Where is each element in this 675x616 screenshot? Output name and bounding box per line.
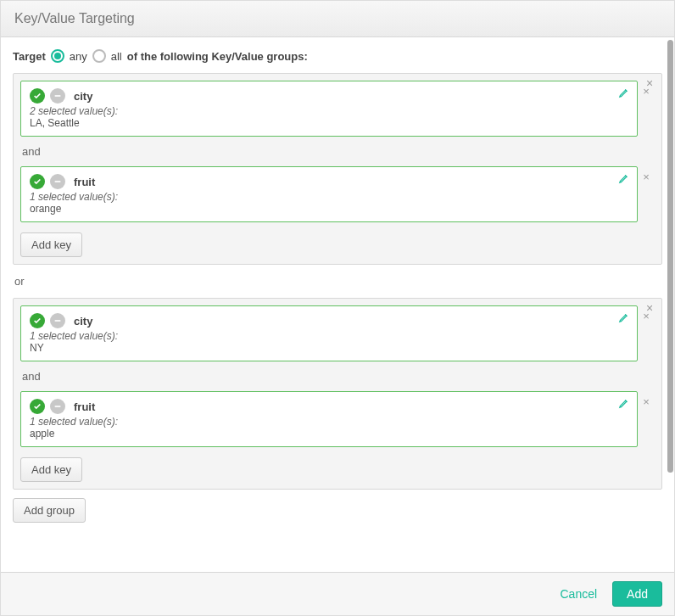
dialog-footer: Cancel Add (1, 572, 674, 615)
target-row: Target any all of the following Key/Valu… (13, 49, 662, 63)
or-label: or (14, 275, 661, 288)
key-name: fruit (74, 400, 95, 413)
key-card: × city 1 selected value(s): NY (20, 305, 638, 361)
add-group-button[interactable]: Add group (13, 498, 86, 523)
add-button[interactable]: Add (612, 581, 662, 607)
and-label: and (22, 145, 653, 158)
include-toggle[interactable] (30, 174, 45, 189)
target-suffix: of the following Key/Value groups: (127, 50, 308, 63)
add-key-button[interactable]: Add key (20, 457, 82, 482)
radio-any[interactable] (51, 49, 64, 63)
key-name: city (74, 315, 92, 328)
selected-values: apple (30, 428, 628, 440)
key-name: city (74, 90, 92, 103)
selected-count: 1 selected value(s): (30, 416, 628, 428)
close-icon[interactable]: × (640, 395, 652, 407)
include-toggle[interactable] (30, 313, 45, 328)
selected-count: 1 selected value(s): (30, 191, 628, 203)
selected-count: 2 selected value(s): (30, 105, 628, 117)
key-card: × fruit 1 selected value(s): apple (20, 391, 638, 447)
key-name: fruit (74, 176, 95, 188)
and-label: and (22, 370, 653, 383)
selected-values: LA, Seattle (30, 117, 628, 129)
selected-count: 1 selected value(s): (30, 330, 628, 342)
key-card: × city 2 selected value(s): LA, Seattle (20, 81, 638, 137)
dialog-title: Key/Value Targeting (14, 11, 135, 25)
close-icon[interactable]: × (640, 85, 652, 97)
include-toggle[interactable] (30, 88, 45, 104)
exclude-toggle[interactable] (50, 399, 65, 414)
key-value-targeting-dialog: Key/Value Targeting Target any all of th… (0, 0, 675, 616)
pencil-icon[interactable] (618, 172, 630, 187)
pencil-icon[interactable] (618, 311, 630, 326)
scrollbar-thumb[interactable] (667, 40, 673, 473)
dialog-header: Key/Value Targeting (1, 1, 674, 37)
add-key-button[interactable]: Add key (20, 232, 82, 257)
pencil-icon[interactable] (618, 87, 630, 101)
exclude-toggle[interactable] (50, 88, 65, 104)
key-card: × fruit 1 selected value(s): orange (20, 166, 638, 222)
selected-values: NY (30, 342, 628, 354)
exclude-toggle[interactable] (50, 313, 65, 328)
selected-values: orange (30, 203, 628, 215)
cancel-button[interactable]: Cancel (556, 582, 600, 606)
group-box: × × city 2 selected value(s): LA, Seattl… (13, 73, 662, 265)
key-header: city (30, 313, 628, 328)
close-icon[interactable]: × (640, 171, 652, 182)
radio-all[interactable] (92, 49, 106, 63)
close-icon[interactable]: × (640, 310, 652, 322)
radio-all-label: all (111, 50, 122, 63)
exclude-toggle[interactable] (50, 174, 65, 189)
include-toggle[interactable] (30, 399, 45, 414)
key-header: fruit (30, 399, 628, 414)
key-header: city (30, 88, 628, 104)
pencil-icon[interactable] (618, 397, 630, 412)
group-box: × × city 1 selected value(s): NY (13, 298, 662, 490)
key-header: fruit (30, 174, 628, 189)
dialog-body: Target any all of the following Key/Valu… (1, 37, 674, 572)
radio-any-label: any (70, 50, 87, 63)
target-prefix: Target (13, 50, 46, 63)
